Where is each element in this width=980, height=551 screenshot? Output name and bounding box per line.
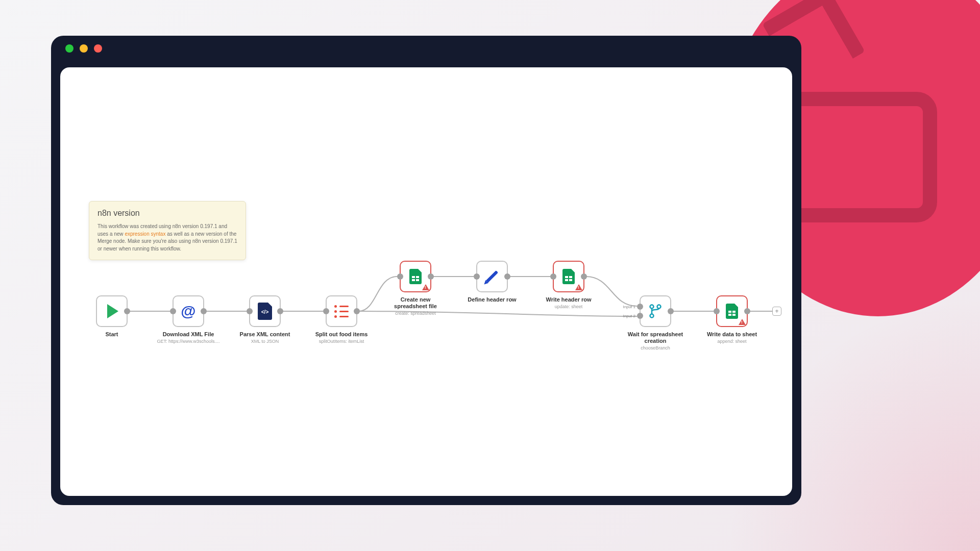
port-in[interactable]: [474, 273, 480, 280]
error-icon: [739, 319, 746, 325]
svg-point-2: [657, 305, 661, 309]
node-wait-merge[interactable]: Input 1 Input 2 Wait for spreadsheet cre…: [640, 295, 671, 327]
port-out[interactable]: [581, 273, 587, 280]
traffic-light-zoom[interactable]: [94, 44, 102, 53]
error-icon: [422, 284, 429, 290]
play-icon: [107, 304, 118, 318]
node-sublabel: GET: https://www.w3schools....: [157, 339, 219, 344]
port-in[interactable]: [714, 308, 720, 314]
node-label: Write data to sheet: [707, 331, 757, 337]
node-write-header[interactable]: Write header row update: sheet: [553, 261, 584, 292]
add-node-button[interactable]: +: [772, 307, 781, 316]
list-icon: [334, 305, 349, 318]
input-label-1: Input 1: [623, 305, 635, 309]
branch-icon: [649, 304, 662, 319]
note-title: n8n version: [97, 209, 237, 218]
port-out[interactable]: [124, 308, 130, 314]
svg-point-0: [650, 305, 654, 309]
sheet-icon: [726, 304, 738, 319]
browser-window: n8n version This workflow was created us…: [51, 36, 801, 505]
note-link[interactable]: expression syntax: [125, 231, 165, 237]
traffic-light-close[interactable]: [65, 44, 74, 53]
node-sublabel: chooseBranch: [641, 345, 670, 350]
port-out[interactable]: [668, 308, 674, 314]
node-label: Create new spreadsheet file: [385, 296, 446, 310]
port-in[interactable]: [550, 273, 556, 280]
code-icon: [258, 303, 272, 320]
error-icon: [575, 284, 582, 290]
node-split-items[interactable]: Split out food items splitOutItems: item…: [326, 295, 357, 327]
node-define-header[interactable]: Define header row: [476, 261, 508, 292]
port-out[interactable]: [201, 308, 207, 314]
port-out[interactable]: [277, 308, 283, 314]
node-download-xml[interactable]: @ Download XML File GET: https://www.w3s…: [173, 295, 204, 327]
sheet-icon: [562, 269, 575, 284]
pencil-icon: [486, 270, 498, 283]
plus-icon: +: [775, 308, 778, 315]
node-label: Parse XML content: [240, 331, 290, 337]
node-sublabel: splitOutItems: itemList: [319, 339, 364, 344]
port-out[interactable]: [504, 273, 510, 280]
sticky-note[interactable]: n8n version This workflow was created us…: [89, 201, 246, 260]
node-label: Split out food items: [315, 331, 368, 337]
node-parse-xml[interactable]: Parse XML content XML to JSON: [249, 295, 281, 327]
node-sublabel: XML to JSON: [251, 339, 279, 344]
node-sublabel: create: spreadsheet: [395, 311, 436, 316]
http-icon: @: [181, 303, 195, 320]
node-label: Download XML File: [163, 331, 214, 337]
workflow-canvas-container: n8n version This workflow was created us…: [60, 67, 792, 496]
port-out[interactable]: [744, 308, 750, 314]
note-body: This workflow was created using n8n vers…: [97, 223, 237, 253]
node-start[interactable]: Start: [96, 295, 128, 327]
port-in-2[interactable]: [637, 313, 643, 319]
sheet-icon: [409, 269, 422, 284]
port-in[interactable]: [247, 308, 253, 314]
node-label: Define header row: [468, 296, 516, 303]
svg-point-1: [650, 314, 654, 318]
port-out[interactable]: [428, 273, 434, 280]
node-create-spreadsheet[interactable]: Create new spreadsheet file create: spre…: [400, 261, 431, 292]
port-in[interactable]: [323, 308, 329, 314]
node-write-data[interactable]: Write data to sheet append: sheet: [716, 295, 748, 327]
traffic-light-minimize[interactable]: [80, 44, 88, 53]
browser-header: [51, 36, 801, 61]
input-label-2: Input 2: [623, 314, 635, 318]
node-sublabel: append: sheet: [717, 339, 746, 344]
port-in-1[interactable]: [637, 304, 643, 310]
node-label: Write header row: [546, 296, 591, 303]
node-sublabel: update: sheet: [555, 304, 583, 309]
workflow-canvas[interactable]: n8n version This workflow was created us…: [60, 67, 792, 496]
node-label: Start: [105, 331, 118, 337]
port-in[interactable]: [170, 308, 176, 314]
node-label: Wait for spreadsheet creation: [625, 331, 686, 344]
port-in[interactable]: [397, 273, 403, 280]
port-out[interactable]: [354, 308, 360, 314]
